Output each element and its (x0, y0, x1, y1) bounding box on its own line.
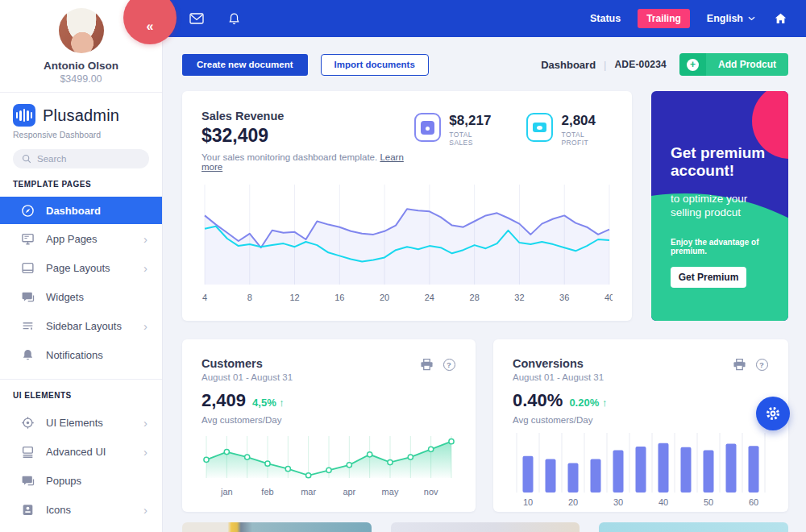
search-input[interactable] (37, 154, 126, 164)
conversions-bar-chart: 102030405060 (513, 431, 769, 512)
plus-circle-icon: + (679, 53, 706, 76)
browser-icon (21, 261, 35, 275)
svg-text:20: 20 (380, 293, 389, 302)
chevron-right-icon: › (143, 233, 147, 245)
premium-subtitle: to optimize your selling prodcut (671, 192, 772, 220)
conversions-value: 0.40% (513, 390, 563, 411)
sidebar-item-label: Page Layouts (46, 262, 110, 274)
svg-text:60: 60 (749, 497, 758, 507)
profile-balance: $3499.00 (0, 73, 162, 85)
svg-text:12: 12 (289, 293, 299, 302)
collapse-glyph: « (147, 19, 154, 34)
help-icon[interactable]: ? (442, 357, 456, 372)
badge-icon (21, 503, 35, 517)
conversions-title: Conversions (513, 357, 604, 370)
sidebar-item-advanced-ui[interactable]: Advanced UI› (0, 437, 162, 466)
svg-text:30: 30 (613, 497, 623, 507)
profile-name: Antonio Olson (0, 60, 162, 72)
chevron-right-icon: › (143, 262, 147, 274)
sidebar-item-page-layouts[interactable]: Page Layouts› (0, 253, 162, 282)
sidebar-item-label: Popups (46, 475, 81, 487)
nav-divider (0, 379, 162, 380)
svg-text:10: 10 (523, 497, 533, 507)
premium-note: Enjoy the advantage of premium. (671, 238, 772, 256)
search-icon (22, 154, 31, 164)
target-icon (21, 416, 35, 430)
customers-period: August 01 - August 31 (202, 372, 293, 382)
total-sales-stat: $8,217 TOTAL SALES (414, 113, 494, 172)
sidebar-item-forms[interactable]: Forms› (0, 524, 162, 532)
svg-text:8: 8 (247, 293, 252, 302)
sidebar-item-label: Advanced UI (46, 446, 106, 458)
total-profit-stat: 2,804 TOTAL PROFIT (526, 113, 609, 172)
language-label: English (707, 13, 743, 24)
cash-icon (526, 113, 553, 142)
svg-text:may: may (382, 487, 399, 497)
brand-block: Plusadmin Responsive Dashboard (0, 93, 162, 139)
total-sales-value: $8,217 (449, 113, 494, 129)
plusadmin-logo-icon (13, 104, 35, 127)
language-selector[interactable]: English (707, 13, 755, 24)
arrow-up-icon: ↑ (602, 397, 608, 409)
sidebar-item-sidebar-layouts[interactable]: Sidebar Layouts› (0, 311, 162, 340)
chat-icon (21, 290, 35, 304)
customers-delta: 4,5% ↑ (252, 397, 285, 409)
arrow-up-icon: ↑ (279, 397, 285, 409)
total-profit-label: TOTAL PROFIT (561, 131, 609, 147)
sidebar-item-dashboard[interactable]: Dashboard (0, 197, 162, 224)
sidebar-search[interactable] (13, 149, 149, 168)
home-icon[interactable] (772, 10, 788, 27)
svg-text:feb: feb (261, 487, 273, 497)
sidebar-item-widgets[interactable]: Widgets (0, 282, 162, 311)
get-premium-button[interactable]: Get Premium (671, 267, 746, 288)
svg-text:mar: mar (301, 487, 316, 497)
premium-title: Get premium account! (671, 144, 772, 181)
help-icon[interactable]: ? (754, 357, 769, 372)
print-icon[interactable] (732, 357, 746, 372)
nav-section-label: UI ELEMENTS (13, 391, 149, 400)
conversions-card: Conversions August 01 - August 31 ? 0.40… (493, 339, 788, 512)
chevron-right-icon: › (143, 504, 147, 516)
trailing-badge[interactable]: Trailing (638, 9, 690, 28)
envelope-icon[interactable] (189, 10, 205, 27)
chevron-right-icon: › (143, 417, 147, 429)
status-link[interactable]: Status (590, 13, 621, 24)
sidebar-item-icons[interactable]: Icons› (0, 495, 162, 524)
customers-value: 2,409 (202, 390, 246, 411)
customers-caption: Avg customers/Day (202, 415, 456, 425)
sidebar-item-label: Dashboard (46, 205, 101, 217)
chat-icon (21, 474, 35, 488)
bell-icon[interactable] (226, 10, 242, 27)
svg-text:nov: nov (424, 487, 438, 497)
create-document-button[interactable]: Create new document (182, 54, 308, 76)
svg-text:20: 20 (568, 497, 578, 507)
sidebar-item-popups[interactable]: Popups (0, 466, 162, 495)
customers-area-chart: janfebmaraprmaynov (202, 431, 456, 502)
sales-subtitle: Your sales monitoring dashboard template… (202, 152, 377, 162)
svg-text:4: 4 (202, 293, 207, 302)
brand-tagline: Responsive Dashboard (13, 130, 149, 139)
add-product-label: Add Prodcut (706, 53, 788, 76)
sidebar-item-label: App Pages (46, 233, 98, 245)
import-documents-button[interactable]: Import documents (321, 54, 429, 76)
chevron-right-icon: › (143, 446, 147, 458)
sidebar-item-ui-elements[interactable]: UI Elements› (0, 408, 162, 437)
breadcrumb-page: Dashboard (541, 59, 596, 71)
breadcrumb-code: ADE-00234 (614, 59, 667, 70)
sales-card-title: Sales Revenue (202, 110, 414, 123)
page-header: Create new document Import documents Das… (182, 53, 788, 76)
sidebar-item-notifications[interactable]: Notifications (0, 340, 162, 369)
premium-promo-card: Get premium account! to optimize your se… (651, 91, 788, 321)
svg-text:36: 36 (559, 293, 569, 302)
sales-line-chart: 481216202428323640 (202, 183, 613, 307)
settings-fab[interactable] (756, 397, 790, 430)
svg-text:40: 40 (659, 497, 668, 507)
svg-text:40: 40 (604, 293, 613, 302)
print-icon[interactable] (419, 357, 434, 372)
sidebar-item-label: Notifications (46, 349, 103, 361)
sidebar-item-app-pages[interactable]: App Pages› (0, 224, 162, 253)
sales-amount: $32,409 (202, 125, 414, 147)
sidebar-item-label: Sidebar Layouts (46, 320, 122, 332)
avatar[interactable] (59, 8, 104, 53)
add-product-button[interactable]: + Add Prodcut (679, 53, 788, 76)
